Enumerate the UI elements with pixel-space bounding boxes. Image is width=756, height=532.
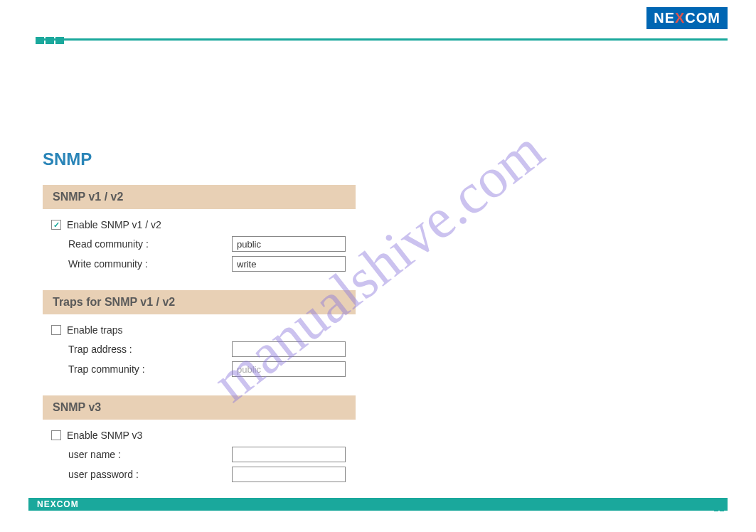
section-body-traps: Enable traps Trap address : Trap communi… <box>43 324 370 377</box>
brand-logo: NEXCOM <box>646 7 728 29</box>
header-divider <box>36 38 728 41</box>
footer-bar: NEXCOM <box>28 498 728 511</box>
header-accent-squares <box>36 37 65 44</box>
enable-snmp-v3-checkbox[interactable] <box>51 430 61 440</box>
read-community-input[interactable] <box>232 236 346 252</box>
trap-community-input[interactable] <box>232 361 346 377</box>
main-content: SNMP SNMP v1 / v2 Enable SNMP v1 / v2 Re… <box>43 149 370 501</box>
trap-address-label: Trap address : <box>68 344 232 355</box>
read-community-label: Read community : <box>68 238 232 250</box>
brand-pre: NE <box>654 10 675 26</box>
footer-logo: NEXCOM <box>37 499 79 509</box>
write-community-input[interactable] <box>232 256 346 272</box>
trap-community-label: Trap community : <box>68 363 232 375</box>
section-header-v3: SNMP v3 <box>43 395 356 420</box>
brand-post: COM <box>685 10 720 26</box>
enable-snmp-v1v2-checkbox[interactable] <box>51 220 61 230</box>
user-password-input[interactable] <box>232 467 346 482</box>
section-body-v3: Enable SNMP v3 user name : user password… <box>43 430 370 482</box>
section-header-traps: Traps for SNMP v1 / v2 <box>43 290 356 314</box>
write-community-label: Write community : <box>68 258 232 270</box>
enable-traps-checkbox[interactable] <box>51 325 61 335</box>
enable-snmp-v1v2-label: Enable SNMP v1 / v2 <box>67 219 161 230</box>
page-title: SNMP <box>43 149 370 169</box>
footer-accent-squares <box>713 501 728 512</box>
enable-traps-label: Enable traps <box>67 324 123 336</box>
enable-snmp-v3-label: Enable SNMP v3 <box>67 430 142 441</box>
user-name-input[interactable] <box>232 447 346 462</box>
user-password-label: user password : <box>68 469 232 480</box>
user-name-label: user name : <box>68 449 232 460</box>
trap-address-input[interactable] <box>232 341 346 357</box>
section-body-v1v2: Enable SNMP v1 / v2 Read community : Wri… <box>43 219 370 272</box>
brand-x: X <box>675 10 685 26</box>
section-header-v1v2: SNMP v1 / v2 <box>43 185 356 209</box>
